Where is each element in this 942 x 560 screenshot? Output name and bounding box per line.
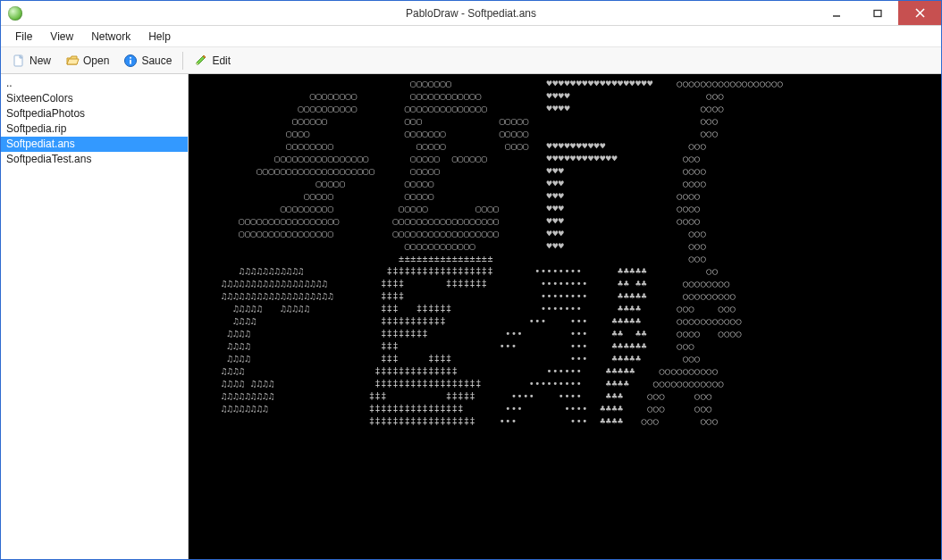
ansi-content: ▢▢▢▢▢▢▢ ♥♥♥♥♥♥♥♥♥♥♥♥♥♥♥♥♥♥ ○○○○○○○○○○○○○… <box>198 78 936 428</box>
list-item[interactable]: SixteenColors <box>1 91 188 106</box>
list-item[interactable]: Softpediat.ans <box>1 137 188 152</box>
toolbar-separator <box>182 52 183 70</box>
window-title: PabloDraw - Softpediat.ans <box>1 7 941 20</box>
list-item[interactable]: .. <box>1 76 188 91</box>
ansi-canvas[interactable]: ▢▢▢▢▢▢▢ ♥♥♥♥♥♥♥♥♥♥♥♥♥♥♥♥♥♥ ○○○○○○○○○○○○○… <box>189 74 941 559</box>
close-icon <box>915 8 925 18</box>
toolbar: New Open Sauce Edit <box>1 47 941 74</box>
close-button[interactable] <box>898 1 941 25</box>
menu-help[interactable]: Help <box>139 26 180 46</box>
minimize-button[interactable] <box>816 1 857 25</box>
sauce-button[interactable]: Sauce <box>118 52 177 70</box>
new-button[interactable]: New <box>6 52 56 70</box>
menu-network[interactable]: Network <box>82 26 139 46</box>
open-label: Open <box>83 54 109 67</box>
app-icon <box>8 6 22 21</box>
open-folder-icon <box>65 54 80 68</box>
maximize-icon <box>873 9 882 18</box>
titlebar[interactable]: PabloDraw - Softpediat.ans <box>1 1 941 26</box>
new-label: New <box>29 54 51 67</box>
maximize-button[interactable] <box>857 1 898 25</box>
sauce-label: Sauce <box>141 54 172 67</box>
minimize-icon <box>832 9 841 18</box>
new-file-icon <box>12 54 26 68</box>
list-item[interactable]: Softpedia.rip <box>1 121 188 137</box>
edit-button[interactable]: Edit <box>189 52 236 70</box>
app-window: PabloDraw - Softpediat.ans File View Net… <box>0 0 942 560</box>
pencil-icon <box>194 54 208 68</box>
svg-point-6 <box>130 56 131 58</box>
list-item[interactable]: SoftpediaPhotos <box>1 106 188 121</box>
svg-rect-7 <box>130 59 131 63</box>
open-button[interactable]: Open <box>60 52 114 70</box>
menu-view[interactable]: View <box>41 26 82 46</box>
list-item[interactable]: SoftpediaTest.ans <box>1 152 188 167</box>
svg-rect-1 <box>874 10 881 16</box>
edit-label: Edit <box>212 54 231 67</box>
menu-file[interactable]: File <box>6 26 41 46</box>
menubar: File View Network Help <box>1 26 941 47</box>
info-icon <box>123 54 138 68</box>
content-area: ..SixteenColorsSoftpediaPhotosSoftpedia.… <box>1 74 941 559</box>
file-sidebar[interactable]: ..SixteenColorsSoftpediaPhotosSoftpedia.… <box>1 74 189 559</box>
window-controls <box>816 1 941 25</box>
file-list: ..SixteenColorsSoftpediaPhotosSoftpedia.… <box>1 74 188 167</box>
